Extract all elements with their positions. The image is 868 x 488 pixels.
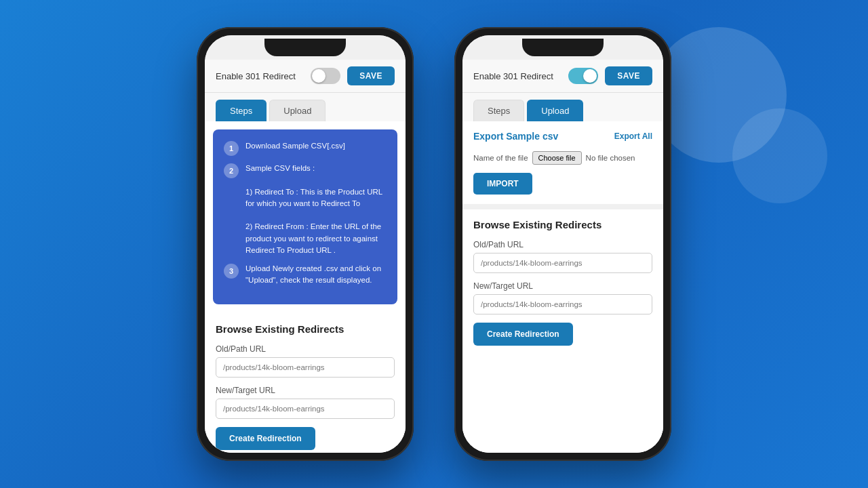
step-text-2: Sample CSV fields : 1) Redirect To : Thi… xyxy=(245,163,387,256)
no-file-text: No file chosen xyxy=(586,154,635,162)
tab-steps-left[interactable]: Steps xyxy=(216,100,267,121)
phone-content-right: Enable 301 Redirect SAVE Steps Upload Ex… xyxy=(462,60,663,453)
tab-steps-right[interactable]: Steps xyxy=(473,100,524,121)
choose-file-btn[interactable]: Choose file xyxy=(532,151,582,165)
save-button-left[interactable]: SAVE xyxy=(347,66,395,85)
phone-right: Enable 301 Redirect SAVE Steps Upload Ex… xyxy=(454,27,671,461)
new-target-input-left[interactable] xyxy=(216,399,395,419)
old-path-input-left[interactable] xyxy=(216,357,395,378)
notch-left xyxy=(264,39,346,56)
toggle-knob-right xyxy=(583,69,597,83)
save-button-right[interactable]: SAVE xyxy=(605,66,652,85)
step-text-1: Download Sample CSV[.csv] xyxy=(245,140,387,156)
top-bar-left: Enable 301 Redirect SAVE xyxy=(205,60,406,93)
upload-section: Export Sample csv Export All Name of the… xyxy=(462,121,663,355)
new-target-label-right: New/Target URL xyxy=(473,281,652,291)
step-num-3: 3 xyxy=(224,264,239,279)
tabs-left: Steps Upload xyxy=(205,93,406,121)
browse-title-right: Browse Existing Redirects xyxy=(473,219,652,230)
bg-decoration-2 xyxy=(732,108,827,203)
phone-left: Enable 301 Redirect SAVE Steps Upload xyxy=(197,27,414,461)
tab-upload-left[interactable]: Upload xyxy=(269,100,326,121)
export-all-link[interactable]: Export All xyxy=(614,131,652,141)
new-target-label-left: New/Target URL xyxy=(216,386,395,395)
content-area-right: Export Sample csv Export All Name of the… xyxy=(462,121,663,453)
phone-content-left: Enable 301 Redirect SAVE Steps Upload xyxy=(205,60,406,453)
file-row: Name of the file Choose file No file cho… xyxy=(473,151,652,165)
step-3: 3 Upload Newly created .csv and click on… xyxy=(224,263,387,287)
old-path-label-left: Old/Path URL xyxy=(216,344,395,354)
step-2: 2 Sample CSV fields : 1) Redirect To : T… xyxy=(224,163,387,256)
export-title: Export Sample csv xyxy=(473,131,558,142)
tab-upload-right[interactable]: Upload xyxy=(527,100,583,121)
old-path-label-right: Old/Path URL xyxy=(473,240,652,249)
top-bar-right: Enable 301 Redirect SAVE xyxy=(462,60,663,93)
import-btn[interactable]: IMPORT xyxy=(473,173,532,195)
export-row: Export Sample csv Export All xyxy=(473,131,652,142)
new-target-input-right[interactable] xyxy=(473,294,652,314)
tabs-right: Steps Upload xyxy=(462,93,663,121)
enable-redirect-label-left: Enable 301 Redirect xyxy=(216,71,304,81)
step-1: 1 Download Sample CSV[.csv] xyxy=(224,140,387,156)
steps-box: 1 Download Sample CSV[.csv] 2 Sample CSV… xyxy=(213,129,397,304)
toggle-right[interactable] xyxy=(568,68,598,84)
step-num-2: 2 xyxy=(224,163,239,178)
enable-redirect-label-right: Enable 301 Redirect xyxy=(473,71,561,81)
create-redirection-btn-right[interactable]: Create Redirection xyxy=(473,323,573,346)
create-redirection-btn-left[interactable]: Create Redirection xyxy=(216,427,315,450)
file-label: Name of the file xyxy=(473,154,528,162)
browse-section-left: Browse Existing Redirects Old/Path URL N… xyxy=(205,312,406,453)
old-path-input-right[interactable] xyxy=(473,253,652,273)
step-text-3: Upload Newly created .csv and click on "… xyxy=(245,263,387,287)
toggle-left[interactable] xyxy=(311,68,340,84)
phones-container: Enable 301 Redirect SAVE Steps Upload xyxy=(197,27,671,461)
step-num-1: 1 xyxy=(224,141,239,156)
content-area-left: 1 Download Sample CSV[.csv] 2 Sample CSV… xyxy=(205,121,406,453)
notch-area-left xyxy=(205,35,406,60)
notch-right xyxy=(522,39,604,56)
toggle-knob-left xyxy=(312,69,326,83)
notch-area-right xyxy=(462,35,663,60)
browse-title-left: Browse Existing Redirects xyxy=(216,323,395,335)
section-divider xyxy=(462,204,663,209)
